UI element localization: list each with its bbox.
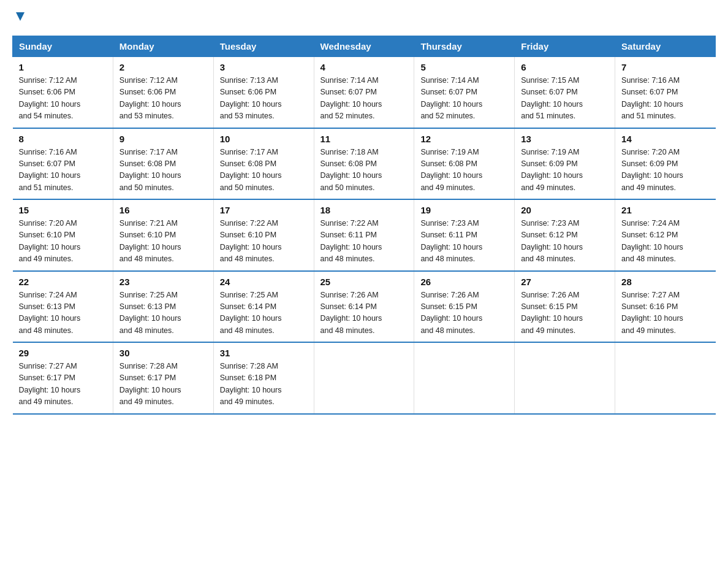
day-number: 6 [521, 62, 609, 72]
day-info: Sunrise: 7:25 AM Sunset: 6:14 PM Dayligh… [220, 289, 308, 337]
header-cell-friday: Friday [515, 36, 615, 57]
day-info: Sunrise: 7:24 AM Sunset: 6:12 PM Dayligh… [621, 218, 709, 266]
day-info: Sunrise: 7:19 AM Sunset: 6:08 PM Dayligh… [420, 147, 508, 194]
day-cell: 13 Sunrise: 7:19 AM Sunset: 6:09 PM Dayl… [515, 128, 615, 200]
day-cell: 24 Sunrise: 7:25 AM Sunset: 6:14 PM Dayl… [213, 271, 314, 343]
day-number: 8 [19, 134, 107, 144]
header-cell-wednesday: Wednesday [314, 36, 414, 57]
day-cell: 8 Sunrise: 7:16 AM Sunset: 6:07 PM Dayli… [13, 128, 113, 200]
day-info: Sunrise: 7:20 AM Sunset: 6:09 PM Dayligh… [621, 147, 709, 194]
day-number: 20 [521, 205, 609, 215]
day-number: 18 [320, 205, 408, 215]
day-info: Sunrise: 7:12 AM Sunset: 6:06 PM Dayligh… [119, 75, 207, 123]
header-cell-saturday: Saturday [615, 36, 716, 57]
day-info: Sunrise: 7:16 AM Sunset: 6:07 PM Dayligh… [19, 147, 107, 194]
day-info: Sunrise: 7:24 AM Sunset: 6:13 PM Dayligh… [19, 289, 107, 337]
day-number: 7 [621, 62, 709, 72]
day-info: Sunrise: 7:28 AM Sunset: 6:17 PM Dayligh… [119, 361, 207, 408]
day-info: Sunrise: 7:18 AM Sunset: 6:08 PM Dayligh… [320, 147, 408, 194]
header-row: SundayMondayTuesdayWednesdayThursdayFrid… [13, 36, 716, 57]
logo-arrow-icon [13, 10, 27, 23]
day-cell: 4 Sunrise: 7:14 AM Sunset: 6:07 PM Dayli… [314, 57, 414, 128]
day-number: 23 [119, 277, 207, 287]
day-cell: 17 Sunrise: 7:22 AM Sunset: 6:10 PM Dayl… [213, 199, 314, 271]
day-cell: 26 Sunrise: 7:26 AM Sunset: 6:15 PM Dayl… [414, 271, 515, 343]
day-cell: 25 Sunrise: 7:26 AM Sunset: 6:14 PM Dayl… [314, 271, 414, 343]
day-info: Sunrise: 7:12 AM Sunset: 6:06 PM Dayligh… [19, 75, 107, 123]
day-cell: 15 Sunrise: 7:20 AM Sunset: 6:10 PM Dayl… [13, 199, 113, 271]
day-number: 13 [521, 134, 609, 144]
day-info: Sunrise: 7:26 AM Sunset: 6:14 PM Dayligh… [320, 289, 408, 337]
day-info: Sunrise: 7:27 AM Sunset: 6:16 PM Dayligh… [621, 289, 709, 337]
day-info: Sunrise: 7:13 AM Sunset: 6:06 PM Dayligh… [220, 75, 308, 123]
day-number: 30 [119, 348, 207, 358]
day-cell: 6 Sunrise: 7:15 AM Sunset: 6:07 PM Dayli… [515, 57, 615, 128]
day-cell: 2 Sunrise: 7:12 AM Sunset: 6:06 PM Dayli… [113, 57, 213, 128]
day-cell: 21 Sunrise: 7:24 AM Sunset: 6:12 PM Dayl… [615, 199, 716, 271]
day-number: 19 [420, 205, 508, 215]
day-number: 17 [220, 205, 308, 215]
day-cell [515, 342, 615, 414]
day-cell: 12 Sunrise: 7:19 AM Sunset: 6:08 PM Dayl… [414, 128, 515, 200]
day-number: 27 [521, 277, 609, 287]
day-info: Sunrise: 7:16 AM Sunset: 6:07 PM Dayligh… [621, 75, 709, 123]
day-info: Sunrise: 7:22 AM Sunset: 6:11 PM Dayligh… [320, 218, 408, 266]
day-cell: 3 Sunrise: 7:13 AM Sunset: 6:06 PM Dayli… [213, 57, 314, 128]
day-info: Sunrise: 7:21 AM Sunset: 6:10 PM Dayligh… [119, 218, 207, 266]
day-cell: 31 Sunrise: 7:28 AM Sunset: 6:18 PM Dayl… [213, 342, 314, 414]
day-info: Sunrise: 7:25 AM Sunset: 6:13 PM Dayligh… [119, 289, 207, 337]
day-info: Sunrise: 7:20 AM Sunset: 6:10 PM Dayligh… [19, 218, 107, 266]
day-cell: 30 Sunrise: 7:28 AM Sunset: 6:17 PM Dayl… [113, 342, 213, 414]
day-number: 21 [621, 205, 709, 215]
day-info: Sunrise: 7:17 AM Sunset: 6:08 PM Dayligh… [119, 147, 207, 194]
week-row-5: 29 Sunrise: 7:27 AM Sunset: 6:17 PM Dayl… [13, 342, 716, 414]
day-number: 31 [220, 348, 308, 358]
day-cell: 7 Sunrise: 7:16 AM Sunset: 6:07 PM Dayli… [615, 57, 716, 128]
week-row-3: 15 Sunrise: 7:20 AM Sunset: 6:10 PM Dayl… [13, 199, 716, 271]
day-number: 25 [320, 277, 408, 287]
day-info: Sunrise: 7:15 AM Sunset: 6:07 PM Dayligh… [521, 75, 609, 123]
day-number: 16 [119, 205, 207, 215]
day-number: 24 [220, 277, 308, 287]
logo [12, 12, 27, 23]
header-cell-thursday: Thursday [414, 36, 515, 57]
day-cell: 14 Sunrise: 7:20 AM Sunset: 6:09 PM Dayl… [615, 128, 716, 200]
day-info: Sunrise: 7:14 AM Sunset: 6:07 PM Dayligh… [420, 75, 508, 123]
calendar-table: SundayMondayTuesdayWednesdayThursdayFrid… [12, 36, 716, 415]
day-cell [314, 342, 414, 414]
calendar-body: 1 Sunrise: 7:12 AM Sunset: 6:06 PM Dayli… [13, 57, 716, 414]
day-cell: 10 Sunrise: 7:17 AM Sunset: 6:08 PM Dayl… [213, 128, 314, 200]
day-cell: 20 Sunrise: 7:23 AM Sunset: 6:12 PM Dayl… [515, 199, 615, 271]
day-info: Sunrise: 7:26 AM Sunset: 6:15 PM Dayligh… [420, 289, 508, 337]
day-cell: 5 Sunrise: 7:14 AM Sunset: 6:07 PM Dayli… [414, 57, 515, 128]
day-number: 26 [420, 277, 508, 287]
day-cell: 27 Sunrise: 7:26 AM Sunset: 6:15 PM Dayl… [515, 271, 615, 343]
day-number: 15 [19, 205, 107, 215]
week-row-2: 8 Sunrise: 7:16 AM Sunset: 6:07 PM Dayli… [13, 128, 716, 200]
page-header [12, 12, 716, 23]
day-info: Sunrise: 7:17 AM Sunset: 6:08 PM Dayligh… [220, 147, 308, 194]
week-row-1: 1 Sunrise: 7:12 AM Sunset: 6:06 PM Dayli… [13, 57, 716, 128]
day-cell: 19 Sunrise: 7:23 AM Sunset: 6:11 PM Dayl… [414, 199, 515, 271]
svg-marker-0 [16, 12, 25, 21]
day-number: 12 [420, 134, 508, 144]
day-info: Sunrise: 7:19 AM Sunset: 6:09 PM Dayligh… [521, 147, 609, 194]
day-number: 1 [19, 62, 107, 72]
header-cell-monday: Monday [113, 36, 213, 57]
day-number: 3 [220, 62, 308, 72]
day-number: 14 [621, 134, 709, 144]
day-number: 4 [320, 62, 408, 72]
day-number: 10 [220, 134, 308, 144]
day-cell: 18 Sunrise: 7:22 AM Sunset: 6:11 PM Dayl… [314, 199, 414, 271]
day-number: 28 [621, 277, 709, 287]
day-cell: 23 Sunrise: 7:25 AM Sunset: 6:13 PM Dayl… [113, 271, 213, 343]
day-info: Sunrise: 7:27 AM Sunset: 6:17 PM Dayligh… [19, 361, 107, 408]
day-cell: 28 Sunrise: 7:27 AM Sunset: 6:16 PM Dayl… [615, 271, 716, 343]
day-cell [414, 342, 515, 414]
day-info: Sunrise: 7:14 AM Sunset: 6:07 PM Dayligh… [320, 75, 408, 123]
day-number: 5 [420, 62, 508, 72]
day-info: Sunrise: 7:22 AM Sunset: 6:10 PM Dayligh… [220, 218, 308, 266]
day-number: 29 [19, 348, 107, 358]
day-number: 11 [320, 134, 408, 144]
day-number: 9 [119, 134, 207, 144]
